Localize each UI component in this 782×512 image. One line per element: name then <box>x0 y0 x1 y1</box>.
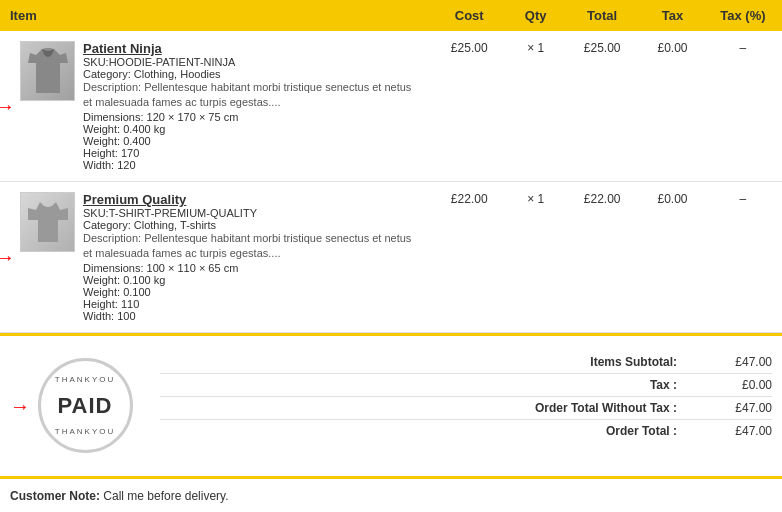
header-tax-pct: Tax (%) <box>704 0 782 31</box>
item-description: Description: Pellentesque habitant morbi… <box>83 80 420 111</box>
item-details-0: Patient Ninja SKU:HOODIE-PATIENT-NINJA C… <box>83 41 420 171</box>
order-total-notax-value: £47.00 <box>692 401 772 415</box>
item-category: Category: Clothing, Hoodies <box>83 68 420 80</box>
item-width: Width: 100 <box>83 310 420 322</box>
item-tax: £0.00 <box>641 181 704 332</box>
item-description: Description: Pellentesque habitant morbi… <box>83 231 420 262</box>
item-height: Height: 110 <box>83 298 420 310</box>
item-tax-pct: – <box>704 31 782 181</box>
paid-stamp: THANKYOU PAID THANKYOU <box>30 351 140 461</box>
header-total: Total <box>563 0 641 31</box>
tax-value: £0.00 <box>692 378 772 392</box>
item-weight-line: Weight: 0.100 kg <box>83 274 420 286</box>
header-item: Item <box>0 0 430 31</box>
tax-label: Tax : <box>472 378 692 392</box>
order-total-row: Order Total : £47.00 <box>160 420 772 442</box>
subtotal-row: Items Subtotal: £47.00 <box>160 351 772 374</box>
order-total-notax-label: Order Total Without Tax : <box>472 401 692 415</box>
order-total-label: Order Total : <box>472 424 692 438</box>
subtotal-label: Items Subtotal: <box>472 355 692 369</box>
item-image-1 <box>20 192 75 252</box>
thankyou-bottom: THANKYOU <box>55 427 115 436</box>
item-weight: Weight: 0.400 <box>83 135 420 147</box>
item-cost: £22.00 <box>430 181 508 332</box>
item-dimensions: Dimensions: 100 × 110 × 65 cm <box>83 262 420 274</box>
customer-note-label: Customer Note: <box>10 489 100 503</box>
item-cell-1: → Premium Quality SKU:T-SHIRT-PREMIUM-QU… <box>0 181 430 332</box>
row-arrow-icon: → <box>0 247 15 267</box>
summary-amounts: Items Subtotal: £47.00 Tax : £0.00 Order… <box>160 351 772 442</box>
item-name: Patient Ninja <box>83 41 420 56</box>
item-weight-line: Weight: 0.400 kg <box>83 123 420 135</box>
summary-section: → THANKYOU PAID THANKYOU Items Subtotal:… <box>0 336 782 476</box>
item-qty: × 1 <box>508 181 563 332</box>
item-image-0 <box>20 41 75 101</box>
tax-row: Tax : £0.00 <box>160 374 772 397</box>
row-arrow-icon: → <box>0 96 15 116</box>
table-row: → Premium Quality SKU:T-SHIRT-PREMIUM-QU… <box>0 181 782 332</box>
item-total: £22.00 <box>563 181 641 332</box>
paid-text: PAID <box>58 393 113 419</box>
item-cost: £25.00 <box>430 31 508 181</box>
item-width: Width: 120 <box>83 159 420 171</box>
thankyou-top: THANKYOU <box>55 375 115 384</box>
item-total: £25.00 <box>563 31 641 181</box>
item-cell-0: → Patient Ninja SKU:HOODIE-PATIENT-NINJA… <box>0 31 430 181</box>
item-tax-pct: – <box>704 181 782 332</box>
item-dimensions: Dimensions: 120 × 170 × 75 cm <box>83 111 420 123</box>
customer-note: Customer Note: Call me before delivery. <box>0 479 782 512</box>
subtotal-value: £47.00 <box>692 355 772 369</box>
item-details-1: Premium Quality SKU:T-SHIRT-PREMIUM-QUAL… <box>83 192 420 322</box>
item-sku: SKU:HOODIE-PATIENT-NINJA <box>83 56 420 68</box>
header-cost: Cost <box>430 0 508 31</box>
item-height: Height: 170 <box>83 147 420 159</box>
order-table: Item Cost Qty Total Tax Tax (%) → Patien… <box>0 0 782 333</box>
order-total-notax-row: Order Total Without Tax : £47.00 <box>160 397 772 420</box>
customer-note-text2: Call me before delivery. <box>103 489 228 503</box>
item-sku: SKU:T-SHIRT-PREMIUM-QUALITY <box>83 207 420 219</box>
item-name: Premium Quality <box>83 192 420 207</box>
table-row: → Patient Ninja SKU:HOODIE-PATIENT-NINJA… <box>0 31 782 181</box>
item-tax: £0.00 <box>641 31 704 181</box>
item-weight: Weight: 0.100 <box>83 286 420 298</box>
header-tax: Tax <box>641 0 704 31</box>
paid-section: → THANKYOU PAID THANKYOU <box>10 351 140 461</box>
paid-arrow-icon: → <box>10 396 30 416</box>
header-qty: Qty <box>508 0 563 31</box>
item-category: Category: Clothing, T-shirts <box>83 219 420 231</box>
item-qty: × 1 <box>508 31 563 181</box>
order-total-value: £47.00 <box>692 424 772 438</box>
